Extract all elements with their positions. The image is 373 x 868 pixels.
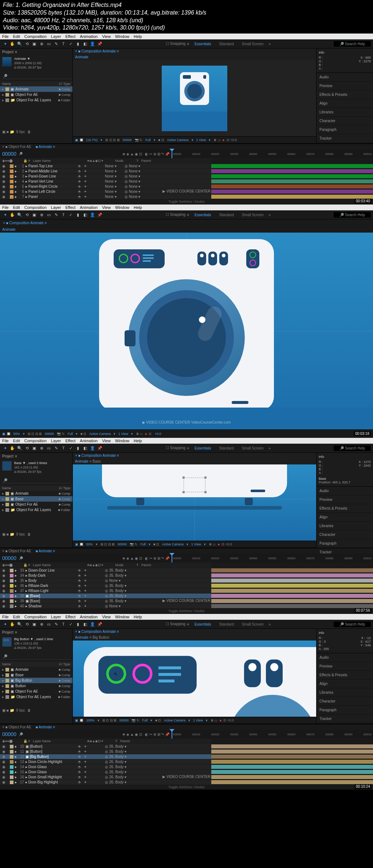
menu-effect[interactable]: Effect (65, 439, 75, 443)
panel-character[interactable]: Character (317, 117, 373, 125)
project-item[interactable]: ▸▣Button■ Comp (0, 683, 72, 689)
project-search[interactable]: 🔎 (1, 73, 71, 79)
menu-file[interactable]: File (2, 615, 9, 619)
timeline-layer[interactable]: ◉▸12▣ [Big Button]⬘ ✦◎ 26. Body ▾ (0, 754, 373, 759)
menu-view[interactable]: View (102, 34, 111, 39)
toolbar[interactable]: ✦ ✋ 🔍 ⟲ ▣ ⊕ ▭ ✎ T ✓ ▮ ◧ 👤 📌 ☐ Snapping ⚹… (0, 39, 373, 48)
menu-window[interactable]: Window (115, 439, 129, 443)
project-item[interactable]: ▸▣Animate■ Comp (0, 491, 72, 496)
menu-file[interactable]: File (2, 205, 9, 210)
timecode[interactable]: 00000 (2, 151, 16, 157)
eraser-tool-icon[interactable]: ◧ (82, 41, 88, 47)
project-item[interactable]: ▸📁Object For AE Layers■ Folder (0, 507, 72, 513)
selection-tool-icon[interactable]: ✦ (2, 41, 8, 47)
timeline-layer[interactable]: ◉▸3▸ Panel-Down Line⬘ ✦None ▾◎ None ▾ (0, 174, 373, 179)
menu-view[interactable]: View (102, 439, 111, 443)
timeline-layer[interactable]: ◉▸14▸ Door-Glass⬘ ✦◎ 26. Body ▾ (0, 764, 373, 769)
workspace-small-screen[interactable]: Small Screen (239, 41, 266, 47)
workspace-essentials[interactable]: Essentials (192, 41, 214, 47)
project-item[interactable]: ▸📁Object For AE Layers■ Folder (0, 97, 72, 103)
project-item[interactable]: ▸▣Object For AE■ Comp (0, 92, 72, 97)
panel-effects-presets[interactable]: Effects & Presets (317, 671, 373, 680)
panel-tracker[interactable]: Tracker (317, 134, 373, 143)
rotate-tool-icon[interactable]: ⟲ (24, 41, 30, 47)
timeline-layer[interactable]: ◉▸36▸ RBase-Dark⬘ ✦◎ 35. Body ▾ (0, 583, 373, 588)
panel-preview[interactable]: Preview (317, 662, 373, 671)
menu-layer[interactable]: Layer (51, 34, 61, 39)
menu-window[interactable]: Window (115, 205, 129, 210)
panel-tracker[interactable]: Tracker (317, 715, 373, 723)
hand-tool-icon[interactable]: ✋ (9, 41, 15, 47)
menu-composition[interactable]: Composition (24, 34, 47, 39)
menu-layer[interactable]: Layer (51, 205, 61, 210)
menu-edit[interactable]: Edit (13, 615, 20, 619)
timeline-layer[interactable]: ◉▸1▸ Panel-Top Line⬘ ✦None ▾◎ None ▾ (0, 163, 373, 168)
project-item[interactable]: ▸▣Animate■ Comp (0, 86, 72, 92)
menu-effect[interactable]: Effect (65, 205, 75, 210)
menu-file[interactable]: File (2, 34, 9, 39)
panel-paragraph[interactable]: Paragraph (317, 539, 373, 548)
panel-character[interactable]: Character (317, 530, 373, 539)
project-footer[interactable]: ▣ ■ 📁 8 bpc 🗑 (0, 128, 72, 135)
panel-audio[interactable]: Audio (317, 653, 373, 662)
timeline-layer[interactable]: ◉▸4▸ Panel-Vert Line⬘ ✦None ▾◎ None ▾ (0, 179, 373, 184)
project-item[interactable]: ▸▣Object For AE■ Comp (0, 502, 72, 507)
menu-view[interactable]: View (102, 205, 111, 210)
menu-help[interactable]: Help (134, 615, 142, 619)
search-help-input[interactable]: 🔎 Search Help (334, 41, 371, 47)
project-item[interactable]: ▸📁Object For AE Layers■ Folder (0, 694, 72, 700)
menu-effect[interactable]: Effect (65, 615, 75, 619)
timeline-layer[interactable]: ◉▸11▣ [Button]⬘ ✦◎ 26. Body ▾ (0, 749, 373, 754)
brush-tool-icon[interactable]: ✓ (68, 41, 74, 47)
menu-help[interactable]: Help (134, 439, 142, 443)
pen-tool-icon[interactable]: ✎ (53, 41, 59, 47)
puppet-tool-icon[interactable]: 📌 (97, 41, 103, 47)
menu-composition[interactable]: Composition (24, 205, 47, 210)
panel-libraries[interactable]: Libraries (317, 108, 373, 117)
flowchart-link[interactable]: Animate (73, 54, 316, 60)
panel-effects-presets[interactable]: Effects & Presets (317, 504, 373, 513)
timeline-layer[interactable]: ◉▸15▸ Door-Glass⬘ ✦◎ 26. Body ▾ (0, 769, 373, 774)
timeline-layer[interactable]: ◉▸13▸ Door-Circle-Highlight⬘ ✦◎ 26. Body… (0, 759, 373, 764)
composition-viewer-full[interactable]: 20040060080010001200140016001800 (0, 233, 373, 429)
menu-layer[interactable]: Layer (51, 615, 61, 619)
panel-character[interactable]: Character (317, 697, 373, 706)
roto-tool-icon[interactable]: 👤 (90, 41, 95, 47)
menu-edit[interactable]: Edit (13, 34, 20, 39)
panel-paragraph[interactable]: Paragraph (317, 125, 373, 134)
menu-animation[interactable]: Animation (80, 205, 98, 210)
menu-view[interactable]: View (102, 615, 111, 619)
menu-composition[interactable]: Composition (24, 439, 47, 443)
menu-help[interactable]: Help (134, 205, 142, 210)
timeline-layer[interactable]: ◉▸35▸ Body⬘ ✦◎ None ▾ (0, 578, 373, 583)
timeline-layer[interactable]: ◉▸2▸ Panel-Middle Line⬘ ✦None ▾◎ None ▾ (0, 168, 373, 174)
snapping-checkbox[interactable]: ☐ Snapping ⚹ (166, 42, 189, 46)
project-item[interactable]: ▸▣Base■ Comp (0, 672, 72, 678)
panel-paragraph[interactable]: Paragraph (317, 706, 373, 715)
viewer-footer[interactable]: ▣ 🔲(16.7%)▾ ⊞ ⊡ ⊟ ⊠ 00000 📷 ↻Full▾ ■ ⊡Ac… (73, 136, 316, 143)
menu-file[interactable]: File (2, 439, 9, 443)
timeline-layer[interactable]: ◉▸33▸ Down-Door Line⬘ ✦◎ 35. Body ▾ (0, 568, 373, 573)
project-item[interactable]: ▸▣Animate■ Comp (0, 667, 72, 672)
panel-audio[interactable]: Audio (317, 487, 373, 495)
type-tool-icon[interactable]: T (60, 41, 66, 47)
timeline-layer[interactable]: ◉▸10▣ [Button]⬘ ✦◎ 26. Body ▾ (0, 744, 373, 749)
timeline-layer[interactable]: ◉▸5▸ Panel-Right Circle⬘ ✦None ▾◎ None ▾ (0, 184, 373, 189)
shape-tool-icon[interactable]: ▭ (46, 41, 52, 47)
panel-effects-presets[interactable]: Effects & Presets (317, 90, 373, 99)
menu-composition[interactable]: Composition (24, 615, 47, 619)
anchor-tool-icon[interactable]: ⊕ (39, 41, 44, 47)
menu-edit[interactable]: Edit (13, 205, 20, 210)
project-item[interactable]: ▸▣Object For AE■ Comp (0, 689, 72, 694)
workspace-standard[interactable]: Standard (216, 41, 237, 47)
project-item[interactable]: ▸▣Base■ Comp (0, 496, 72, 502)
panel-align[interactable]: Align (317, 513, 373, 522)
composition-viewer[interactable] (73, 60, 316, 136)
menu-animation[interactable]: Animation (80, 34, 98, 39)
timeline-layer[interactable]: ◉▸34▸ Body-Dark⬘ ✦◎ 35. Body ▾ (0, 573, 373, 578)
panel-libraries[interactable]: Libraries (317, 522, 373, 530)
panel-align[interactable]: Align (317, 680, 373, 688)
zoom-tool-icon[interactable]: 🔍 (17, 41, 23, 47)
menu-effect[interactable]: Effect (65, 34, 75, 39)
menu-window[interactable]: Window (115, 615, 129, 619)
